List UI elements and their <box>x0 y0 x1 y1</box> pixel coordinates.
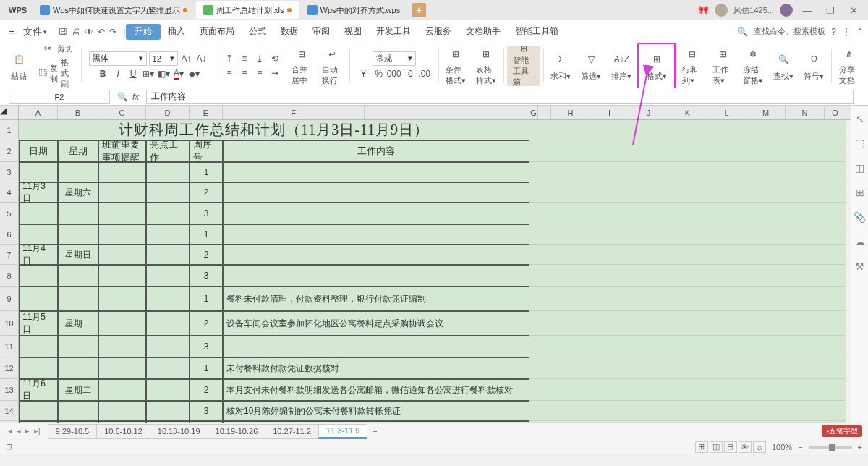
tab-layout[interactable]: 页面布局 <box>192 21 242 43</box>
seq-cell[interactable]: 1 <box>190 224 223 245</box>
weekday-cell[interactable]: 星期六 <box>58 182 98 203</box>
content-cell[interactable]: 7月、8月份凭证整理 <box>223 421 529 423</box>
date-cell[interactable] <box>19 224 58 245</box>
border-icon[interactable]: ⊞▾ <box>142 67 155 80</box>
cell[interactable] <box>529 287 846 311</box>
clip-icon[interactable]: 📎 <box>854 211 866 223</box>
seq-cell[interactable]: 2 <box>190 379 223 401</box>
cell[interactable] <box>98 224 146 245</box>
cell[interactable] <box>146 287 190 311</box>
date-cell[interactable]: 11月5日 <box>19 311 58 336</box>
share-group[interactable]: ⋔分享文档 <box>835 46 864 86</box>
tab-dev[interactable]: 开发工具 <box>369 21 418 43</box>
symbol-group[interactable]: Ω符号▾ <box>799 46 828 86</box>
tab-doc-2[interactable]: 周工作总结计划.xls <box>196 1 299 19</box>
new-tab-button[interactable]: + <box>412 3 426 17</box>
font-select[interactable]: 黑体▾ <box>89 51 147 66</box>
cell[interactable] <box>529 140 846 162</box>
read-view-icon[interactable]: 👁 <box>739 441 752 453</box>
page-view-icon[interactable]: ◫ <box>710 441 723 453</box>
row-header[interactable]: 1 <box>0 120 19 140</box>
col-header[interactable]: F <box>223 106 365 119</box>
content-cell[interactable] <box>223 203 529 224</box>
col-header[interactable]: L <box>707 106 746 119</box>
more-icon[interactable]: ⋮ <box>842 27 851 37</box>
avatar2[interactable] <box>780 4 793 17</box>
align-bot-icon[interactable]: ⤓ <box>253 52 266 65</box>
add-sheet-button[interactable]: + <box>373 427 377 436</box>
cell[interactable] <box>529 224 846 245</box>
col-header[interactable] <box>538 106 551 119</box>
cell[interactable] <box>98 357 146 379</box>
cell[interactable] <box>146 245 190 265</box>
tab-insert[interactable]: 插入 <box>161 21 192 43</box>
cell[interactable] <box>146 357 190 379</box>
row-header[interactable]: 5 <box>0 203 19 224</box>
sheet-tab[interactable]: 10.27-11.2 <box>265 424 319 439</box>
fontcolor-icon[interactable]: A▾ <box>172 67 185 80</box>
col-header[interactable]: D <box>146 106 190 119</box>
grow-font-icon[interactable]: A↑ <box>180 52 193 65</box>
undo-icon[interactable]: ↶ <box>98 27 105 37</box>
hdr-reminder[interactable]: 班前重要事项提醒 <box>98 140 146 162</box>
content-cell[interactable] <box>223 265 529 287</box>
select-all-corner[interactable]: ◢ <box>0 106 19 119</box>
weekday-cell[interactable] <box>58 421 98 423</box>
cell[interactable] <box>529 336 846 357</box>
cell[interactable] <box>529 265 846 287</box>
cell[interactable]: 周序号 <box>190 140 223 162</box>
underline-icon[interactable]: U <box>127 67 140 80</box>
tools-icon[interactable]: ⚒ <box>855 260 864 272</box>
zoom-slider[interactable] <box>809 446 852 449</box>
prev-sheet-icon[interactable]: ◂ <box>17 426 21 436</box>
fill-icon[interactable]: ◧▾ <box>157 67 170 80</box>
cell[interactable] <box>98 182 146 203</box>
weekday-cell[interactable] <box>58 357 98 379</box>
sheet-tab[interactable]: 10.6-10.12 <box>96 424 150 439</box>
weekday-cell[interactable]: 星期二 <box>58 379 98 401</box>
aux-view-icon[interactable]: ☼ <box>753 441 766 453</box>
cell[interactable] <box>529 379 846 401</box>
indent-icon[interactable]: ⇥ <box>268 67 281 80</box>
cell[interactable] <box>146 182 190 203</box>
weekday-cell[interactable] <box>58 287 98 311</box>
cell[interactable] <box>529 245 846 265</box>
col-header[interactable]: I <box>590 106 629 119</box>
seq-cell[interactable]: 2 <box>190 245 223 265</box>
date-cell[interactable]: 11月4日 <box>19 245 58 265</box>
cell[interactable] <box>98 245 146 265</box>
content-cell[interactable]: 未付餐料款付款凭证数据核对 <box>223 357 529 379</box>
row-header[interactable]: 6 <box>0 224 19 245</box>
highlight-icon[interactable]: ◆▾ <box>187 67 200 80</box>
cell[interactable] <box>146 401 190 421</box>
seq-cell[interactable]: 1 <box>190 287 223 311</box>
weekday-cell[interactable]: 星期日 <box>58 245 98 265</box>
cell[interactable] <box>146 203 190 224</box>
zoom-out-icon[interactable]: − <box>798 443 802 452</box>
align-center-icon[interactable]: ≡ <box>238 67 251 80</box>
doc-icon[interactable]: ⊡ <box>6 442 12 452</box>
freeze-group[interactable]: ❄冻结窗格▾ <box>739 46 767 86</box>
sheet-tab[interactable]: 11.3-11.9 <box>318 424 367 439</box>
props-icon[interactable]: ⊞ <box>856 187 864 198</box>
row-header[interactable]: 2 <box>0 140 19 162</box>
cut-icon[interactable]: ✂ <box>41 43 55 56</box>
col-header[interactable]: K <box>668 106 707 119</box>
cell[interactable] <box>98 287 146 311</box>
cell[interactable] <box>146 224 190 245</box>
cell[interactable] <box>146 162 190 182</box>
seq-cell[interactable]: 3 <box>190 336 223 357</box>
cell[interactable] <box>529 421 846 423</box>
content-cell[interactable]: 核对10月陈婷编制的公寓未付餐料款转帐凭证 <box>223 401 529 421</box>
content-cell[interactable]: 本月支付未付餐料款明细发送各公寓邮箱，微信通知各公寓进行餐料款核对 <box>223 379 529 401</box>
weekday-cell[interactable] <box>58 224 98 245</box>
minimize-button[interactable]: — <box>799 3 816 17</box>
zoom-icon[interactable]: 🔍 <box>117 92 128 102</box>
date-cell[interactable] <box>19 336 58 357</box>
date-cell[interactable] <box>19 401 58 421</box>
col-header[interactable]: C <box>98 106 146 119</box>
shrink-font-icon[interactable]: A↓ <box>195 52 208 65</box>
sum-group[interactable]: Σ求和▾ <box>546 46 575 86</box>
redo-icon[interactable]: ↷ <box>109 27 116 37</box>
content-cell[interactable]: 设备车间会议室参加怀化地区公寓餐料定点采购协调会议 <box>223 311 529 336</box>
